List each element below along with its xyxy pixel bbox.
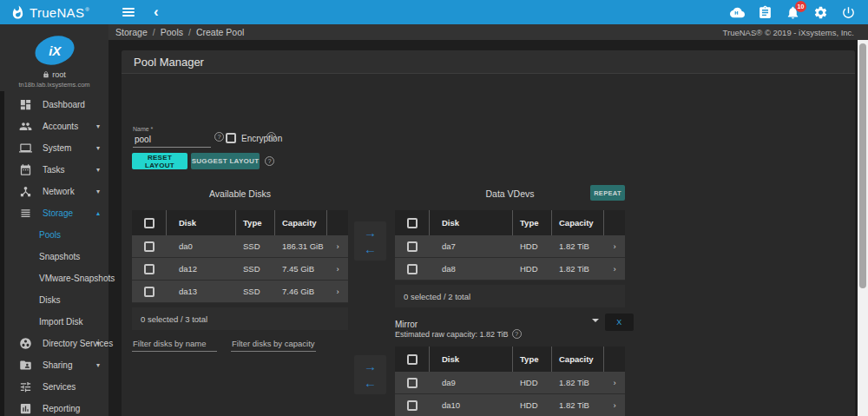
move-left-arrow[interactable]: ←: [364, 375, 377, 392]
move-left-arrow[interactable]: ←: [364, 241, 377, 258]
reset-layout-button[interactable]: RESET LAYOUT: [132, 153, 187, 169]
disk-filters: [132, 338, 316, 352]
select-all-checkbox[interactable]: [407, 354, 418, 365]
computer-icon: [19, 142, 32, 155]
main-content: Pool Manager Name * ? Encryption ? RESET…: [108, 40, 858, 416]
data-vdevs-section: Data VDevs REPEAT Disk Type Capacity: [395, 187, 625, 416]
disk-checkbox[interactable]: [407, 264, 418, 274]
sidebar-item-network[interactable]: Network ▾: [0, 181, 108, 202]
storage-list-icon: [19, 207, 32, 220]
ix-logo-text: iX: [48, 43, 60, 58]
sidebar-item-accounts[interactable]: Accounts ▾: [0, 116, 108, 137]
topbar-actions: 10: [730, 5, 868, 20]
sidebar-item-reporting[interactable]: Reporting: [0, 398, 108, 416]
move-right-arrow[interactable]: →: [364, 225, 377, 241]
breadcrumb-storage[interactable]: Storage: [115, 27, 148, 37]
sidebar-item-import-disk[interactable]: Import Disk: [0, 311, 108, 333]
disk-row-da9[interactable]: da9 HDD 1.82 TiB ›: [395, 372, 625, 394]
dashboard-icon: [19, 98, 32, 111]
chevron-right-icon[interactable]: ›: [604, 378, 625, 387]
encryption-label: Encryption: [241, 134, 282, 143]
vdev-layout-select[interactable]: Mirror: [395, 315, 625, 327]
estimated-capacity-row: Estimated raw capacity: 1.82 TiB ?: [395, 329, 625, 339]
pool-manager-card: Pool Manager Name * ? Encryption ? RESET…: [122, 50, 855, 416]
chevron-down-icon: ▾: [96, 188, 100, 195]
capacity-help-icon[interactable]: ?: [512, 329, 522, 339]
move-right-arrow[interactable]: →: [364, 359, 377, 375]
chevron-right-icon[interactable]: ›: [327, 264, 348, 274]
notifications-icon[interactable]: 10: [786, 5, 800, 20]
transfer-arrows-1: → ←: [354, 221, 386, 261]
sidebar-item-dashboard[interactable]: Dashboard: [0, 94, 108, 116]
scrollbar-thumb[interactable]: [859, 43, 866, 288]
ix-logo: iX: [31, 31, 77, 69]
disk-checkbox[interactable]: [407, 400, 418, 411]
selection-summary: 0 selected / 2 total: [395, 285, 625, 307]
disk-checkbox[interactable]: [144, 287, 155, 297]
disk-row-da10[interactable]: da10 HDD 1.82 TiB ›: [395, 394, 625, 416]
disk-checkbox[interactable]: [407, 378, 418, 388]
suggest-layout-button[interactable]: SUGGEST LAYOUT: [191, 153, 260, 169]
breadcrumb-separator: /: [153, 27, 155, 37]
filter-by-capacity-input[interactable]: [231, 338, 316, 352]
sidebar-item-pools[interactable]: Pools: [0, 224, 108, 246]
menu-toggle-button[interactable]: [117, 3, 140, 21]
encryption-checkbox[interactable]: [226, 133, 236, 143]
sidebar-item-snapshots[interactable]: Snapshots: [0, 246, 108, 267]
layout-help-icon[interactable]: ?: [265, 156, 274, 166]
remove-vdev-button[interactable]: X: [605, 314, 634, 331]
disk-checkbox[interactable]: [144, 241, 155, 252]
sidebar-item-sharing[interactable]: Sharing ▾: [0, 354, 108, 376]
transfer-arrows-2: → ←: [354, 355, 386, 394]
sidebar-item-directory-services[interactable]: Directory Services ▾: [0, 333, 108, 354]
sidebar-item-vmware-snapshots[interactable]: VMware-Snapshots: [0, 267, 108, 289]
network-hub-icon: [19, 185, 32, 198]
filter-by-name-input[interactable]: [132, 338, 217, 352]
column-header-type: Type: [513, 210, 552, 235]
sidebar-item-storage[interactable]: Storage ▴: [0, 202, 108, 224]
column-header-disk: Disk: [430, 347, 513, 372]
truenas-logo[interactable]: TrueNAS ®: [0, 5, 108, 20]
disk-row-da0[interactable]: da0 SSD 186.31 GiB ›: [132, 235, 348, 258]
sidebar-item-disks[interactable]: Disks: [0, 289, 108, 311]
disk-checkbox[interactable]: [407, 241, 418, 252]
chevron-right-icon[interactable]: ›: [604, 241, 625, 251]
breadcrumb-create-pool[interactable]: Create Pool: [196, 27, 244, 37]
select-all-checkbox[interactable]: [407, 218, 418, 228]
select-all-checkbox[interactable]: [144, 218, 155, 228]
disk-checkbox[interactable]: [144, 264, 155, 274]
name-help-icon[interactable]: ?: [214, 132, 224, 142]
pool-name-label: Name *: [133, 126, 153, 132]
repeat-button[interactable]: REPEAT: [590, 185, 625, 201]
logged-in-user: root: [52, 70, 66, 79]
vdev-layout-value: Mirror: [395, 320, 418, 329]
back-button[interactable]: ‹: [147, 3, 166, 21]
breadcrumb: Storage / Pools / Create Pool: [108, 27, 244, 37]
sidebar-item-system[interactable]: System ▾: [0, 137, 108, 159]
disk-row-da8[interactable]: da8 HDD 1.82 TiB ›: [395, 258, 625, 281]
pool-name-input[interactable]: [133, 133, 211, 148]
encryption-help-icon[interactable]: ?: [266, 132, 276, 142]
page-title: Pool Manager: [134, 56, 204, 69]
chevron-right-icon[interactable]: ›: [604, 264, 625, 274]
sidebar-item-tasks[interactable]: Tasks ▾: [0, 159, 108, 181]
breadcrumb-bar: Storage / Pools / Create Pool TrueNAS® ©…: [108, 24, 868, 40]
disk-row-da12[interactable]: da12 SSD 7.45 GiB ›: [132, 258, 348, 281]
ha-status-icon[interactable]: [730, 5, 745, 20]
notification-badge: 10: [795, 1, 806, 12]
disk-row-da7[interactable]: da7 HDD 1.82 TiB ›: [395, 235, 625, 258]
chevron-right-icon[interactable]: ›: [604, 400, 625, 410]
task-manager-icon[interactable]: [758, 5, 773, 20]
scrollbar[interactable]: [858, 40, 868, 416]
chevron-right-icon[interactable]: ›: [327, 287, 348, 296]
sidebar-item-services[interactable]: Services: [0, 376, 108, 398]
tune-icon: [19, 380, 32, 393]
breadcrumb-pools[interactable]: Pools: [161, 27, 183, 37]
truenas-app: TrueNAS ® ‹ 10 iX: [0, 0, 868, 416]
available-disks-section: Available Disks Disk Type Capacity da0: [132, 187, 348, 330]
disk-row-da13[interactable]: da13 SSD 7.46 GiB ›: [132, 281, 348, 303]
chevron-right-icon[interactable]: ›: [327, 241, 348, 251]
power-icon[interactable]: [841, 5, 856, 20]
settings-icon[interactable]: [813, 5, 828, 20]
column-header-capacity: Capacity: [275, 210, 327, 235]
